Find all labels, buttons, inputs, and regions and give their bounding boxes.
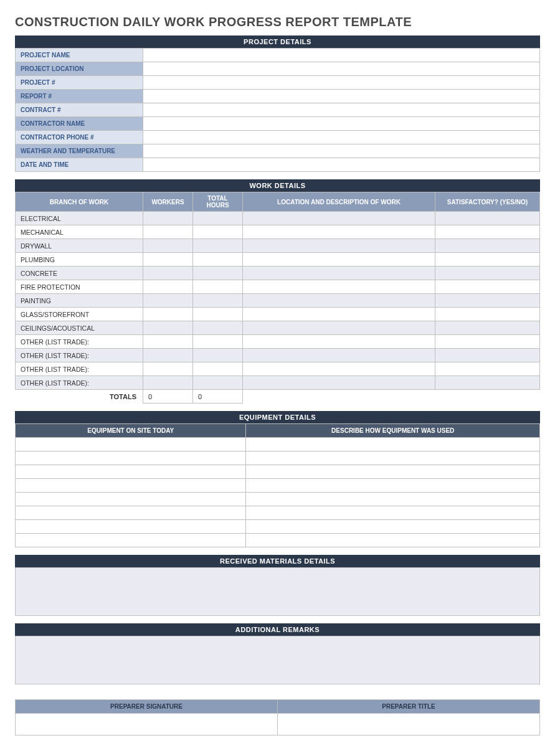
work-row-hours[interactable] <box>193 294 243 308</box>
work-row-satisfactory[interactable] <box>435 239 540 253</box>
work-row-satisfactory[interactable] <box>435 349 540 362</box>
work-row-location[interactable] <box>243 239 435 253</box>
work-row-workers[interactable] <box>143 335 193 349</box>
project-detail-value[interactable] <box>143 103 540 117</box>
equipment-row-used[interactable] <box>246 534 540 547</box>
work-row-hours[interactable] <box>193 349 243 362</box>
work-row-hours[interactable] <box>193 253 243 267</box>
work-row-hours[interactable] <box>193 280 243 294</box>
work-row-workers[interactable] <box>143 349 193 362</box>
work-row-location[interactable] <box>243 308 435 321</box>
work-row-workers[interactable] <box>143 308 193 321</box>
project-details-table: PROJECT NAMEPROJECT LOCATIONPROJECT #REP… <box>15 48 540 172</box>
work-row-location[interactable] <box>243 335 435 349</box>
work-row-location[interactable] <box>243 225 435 239</box>
work-row-location[interactable] <box>243 212 435 225</box>
col-preparer-signature: PREPARER SIGNATURE <box>16 700 278 714</box>
project-detail-label: CONTRACTOR NAME <box>16 117 143 131</box>
project-detail-value[interactable] <box>143 49 540 62</box>
equipment-row-onsite[interactable] <box>16 438 246 451</box>
equipment-row-onsite[interactable] <box>16 479 246 493</box>
equipment-row-used[interactable] <box>246 506 540 520</box>
additional-remarks-box[interactable] <box>15 636 540 684</box>
work-row-satisfactory[interactable] <box>435 253 540 267</box>
project-detail-value[interactable] <box>143 144 540 158</box>
project-detail-value[interactable] <box>143 131 540 144</box>
project-detail-label: REPORT # <box>16 90 143 103</box>
work-row-hours[interactable] <box>193 267 243 280</box>
project-detail-value[interactable] <box>143 158 540 172</box>
work-row-location[interactable] <box>243 362 435 376</box>
work-row-branch: CEILINGS/ACOUSTICAL <box>16 321 143 335</box>
work-row-hours[interactable] <box>193 225 243 239</box>
equipment-row-used[interactable] <box>246 451 540 465</box>
work-row-location[interactable] <box>243 267 435 280</box>
work-row-hours[interactable] <box>193 376 243 390</box>
work-row-location[interactable] <box>243 376 435 390</box>
work-row-workers[interactable] <box>143 294 193 308</box>
equipment-row-onsite[interactable] <box>16 493 246 506</box>
work-row-satisfactory[interactable] <box>435 321 540 335</box>
project-detail-value[interactable] <box>143 62 540 76</box>
work-row-workers[interactable] <box>143 321 193 335</box>
equipment-row-onsite[interactable] <box>16 506 246 520</box>
work-row-hours[interactable] <box>193 362 243 376</box>
col-satisfactory: SATISFACTORY? (YES/NO) <box>435 192 540 212</box>
work-row-hours[interactable] <box>193 239 243 253</box>
project-detail-value[interactable] <box>143 117 540 131</box>
equipment-row-used[interactable] <box>246 479 540 493</box>
work-row-location[interactable] <box>243 280 435 294</box>
preparer-signature-field[interactable] <box>16 714 278 735</box>
project-detail-label: CONTRACT # <box>16 103 143 117</box>
work-row-workers[interactable] <box>143 225 193 239</box>
equipment-details-table: EQUIPMENT ON SITE TODAY DESCRIBE HOW EQU… <box>15 423 540 547</box>
work-row-branch: FIRE PROTECTION <box>16 280 143 294</box>
col-branch: BRANCH OF WORK <box>16 192 143 212</box>
additional-remarks-header: ADDITIONAL REMARKS <box>15 623 540 636</box>
work-row-satisfactory[interactable] <box>435 267 540 280</box>
work-row-workers[interactable] <box>143 253 193 267</box>
preparer-title-field[interactable] <box>278 714 540 735</box>
totals-hours[interactable]: 0 <box>193 390 243 404</box>
work-row-location[interactable] <box>243 349 435 362</box>
work-row-workers[interactable] <box>143 267 193 280</box>
work-row-satisfactory[interactable] <box>435 308 540 321</box>
equipment-row-onsite[interactable] <box>16 451 246 465</box>
equipment-row-onsite[interactable] <box>16 465 246 479</box>
work-row-satisfactory[interactable] <box>435 280 540 294</box>
equipment-row-used[interactable] <box>246 520 540 534</box>
work-row-hours[interactable] <box>193 212 243 225</box>
equipment-row-used[interactable] <box>246 465 540 479</box>
work-row-hours[interactable] <box>193 335 243 349</box>
signature-table: PREPARER SIGNATURE PREPARER TITLE <box>15 699 540 735</box>
work-row-location[interactable] <box>243 321 435 335</box>
work-row-workers[interactable] <box>143 362 193 376</box>
work-row-location[interactable] <box>243 253 435 267</box>
work-row-branch: CONCRETE <box>16 267 143 280</box>
project-details-header: PROJECT DETAILS <box>15 35 540 48</box>
work-row-hours[interactable] <box>193 321 243 335</box>
totals-workers[interactable]: 0 <box>143 390 193 404</box>
work-row-satisfactory[interactable] <box>435 335 540 349</box>
project-detail-label: PROJECT NAME <box>16 49 143 62</box>
project-detail-value[interactable] <box>143 76 540 90</box>
work-row-satisfactory[interactable] <box>435 212 540 225</box>
work-row-satisfactory[interactable] <box>435 376 540 390</box>
equipment-row-used[interactable] <box>246 438 540 451</box>
equipment-row-onsite[interactable] <box>16 520 246 534</box>
work-row-branch: OTHER (LIST TRADE): <box>16 362 143 376</box>
work-row-satisfactory[interactable] <box>435 294 540 308</box>
received-materials-box[interactable] <box>15 567 540 616</box>
work-row-satisfactory[interactable] <box>435 362 540 376</box>
work-row-workers[interactable] <box>143 280 193 294</box>
work-row-workers[interactable] <box>143 239 193 253</box>
equipment-row-used[interactable] <box>246 493 540 506</box>
work-row-workers[interactable] <box>143 212 193 225</box>
project-detail-value[interactable] <box>143 90 540 103</box>
work-row-workers[interactable] <box>143 376 193 390</box>
equipment-row-onsite[interactable] <box>16 534 246 547</box>
work-row-hours[interactable] <box>193 308 243 321</box>
equipment-details-header: EQUIPMENT DETAILS <box>15 411 540 423</box>
work-row-satisfactory[interactable] <box>435 225 540 239</box>
work-row-location[interactable] <box>243 294 435 308</box>
